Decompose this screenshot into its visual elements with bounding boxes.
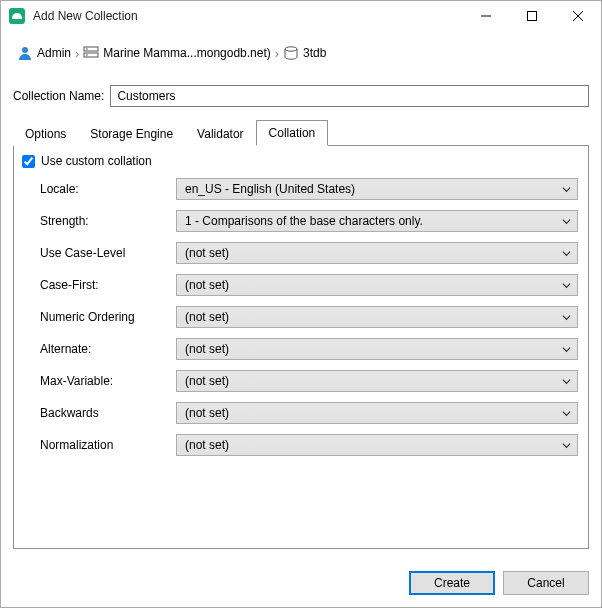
server-icon xyxy=(83,45,99,61)
numeric-ordering-label: Numeric Ordering xyxy=(40,310,170,324)
tabstrip: Options Storage Engine Validator Collati… xyxy=(13,119,589,146)
tab-options[interactable]: Options xyxy=(13,122,78,146)
chevron-right-icon: › xyxy=(275,46,279,61)
strength-select[interactable]: 1 - Comparisons of the base characters o… xyxy=(176,210,578,232)
locale-select-value: en_US - English (United States) xyxy=(185,182,355,196)
collection-name-row: Collection Name: xyxy=(13,85,589,107)
backwards-label: Backwards xyxy=(40,406,170,420)
content-area: Admin › Marine Mamma...mongodb.net) › 3t… xyxy=(1,31,601,559)
numeric-ordering-select[interactable]: (not set) xyxy=(176,306,578,328)
chevron-down-icon xyxy=(562,409,571,418)
app-icon xyxy=(9,8,25,24)
alternate-label: Alternate: xyxy=(40,342,170,356)
collection-name-label: Collection Name: xyxy=(13,89,104,103)
chevron-down-icon xyxy=(562,345,571,354)
case-first-select[interactable]: (not set) xyxy=(176,274,578,296)
minimize-button[interactable] xyxy=(463,1,509,31)
normalization-select[interactable]: (not set) xyxy=(176,434,578,456)
cancel-button[interactable]: Cancel xyxy=(503,571,589,595)
breadcrumb-server[interactable]: Marine Mamma...mongodb.net) xyxy=(103,46,270,60)
chevron-down-icon xyxy=(562,441,571,450)
use-case-level-select-value: (not set) xyxy=(185,246,229,260)
chevron-right-icon: › xyxy=(75,46,79,61)
svg-rect-6 xyxy=(84,53,98,57)
svg-rect-1 xyxy=(528,12,537,21)
numeric-ordering-select-value: (not set) xyxy=(185,310,229,324)
close-button[interactable] xyxy=(555,1,601,31)
svg-point-4 xyxy=(22,47,28,53)
chevron-down-icon xyxy=(562,217,571,226)
use-custom-collation-label: Use custom collation xyxy=(41,154,152,168)
database-icon xyxy=(283,45,299,61)
case-first-label: Case-First: xyxy=(40,278,170,292)
chevron-down-icon xyxy=(562,185,571,194)
locale-select[interactable]: en_US - English (United States) xyxy=(176,178,578,200)
svg-rect-5 xyxy=(84,47,98,51)
case-first-select-value: (not set) xyxy=(185,278,229,292)
window-title: Add New Collection xyxy=(33,9,463,23)
maximize-button[interactable] xyxy=(509,1,555,31)
tab-storage-engine[interactable]: Storage Engine xyxy=(78,122,185,146)
create-button[interactable]: Create xyxy=(409,571,495,595)
max-variable-label: Max-Variable: xyxy=(40,374,170,388)
max-variable-select[interactable]: (not set) xyxy=(176,370,578,392)
strength-label: Strength: xyxy=(40,214,170,228)
normalization-label: Normalization xyxy=(40,438,170,452)
use-case-level-select[interactable]: (not set) xyxy=(176,242,578,264)
alternate-select[interactable]: (not set) xyxy=(176,338,578,360)
chevron-down-icon xyxy=(562,281,571,290)
tabpanel-collation: Use custom collation Locale: en_US - Eng… xyxy=(13,146,589,549)
strength-select-value: 1 - Comparisons of the base characters o… xyxy=(185,214,423,228)
normalization-select-value: (not set) xyxy=(185,438,229,452)
chevron-down-icon xyxy=(562,377,571,386)
alternate-select-value: (not set) xyxy=(185,342,229,356)
collection-name-input[interactable] xyxy=(110,85,589,107)
user-icon xyxy=(17,45,33,61)
use-custom-collation-checkbox[interactable] xyxy=(22,155,35,168)
svg-point-8 xyxy=(87,54,89,56)
locale-label: Locale: xyxy=(40,182,170,196)
backwards-select-value: (not set) xyxy=(185,406,229,420)
titlebar: Add New Collection xyxy=(1,1,601,31)
footer: Create Cancel xyxy=(1,559,601,607)
use-case-level-label: Use Case-Level xyxy=(40,246,170,260)
breadcrumb: Admin › Marine Mamma...mongodb.net) › 3t… xyxy=(17,45,585,61)
chevron-down-icon xyxy=(562,249,571,258)
max-variable-select-value: (not set) xyxy=(185,374,229,388)
tab-validator[interactable]: Validator xyxy=(185,122,255,146)
breadcrumb-db[interactable]: 3tdb xyxy=(303,46,326,60)
tab-collation[interactable]: Collation xyxy=(256,120,329,146)
backwards-select[interactable]: (not set) xyxy=(176,402,578,424)
svg-point-7 xyxy=(87,48,89,50)
svg-point-9 xyxy=(285,47,297,51)
breadcrumb-user[interactable]: Admin xyxy=(37,46,71,60)
chevron-down-icon xyxy=(562,313,571,322)
